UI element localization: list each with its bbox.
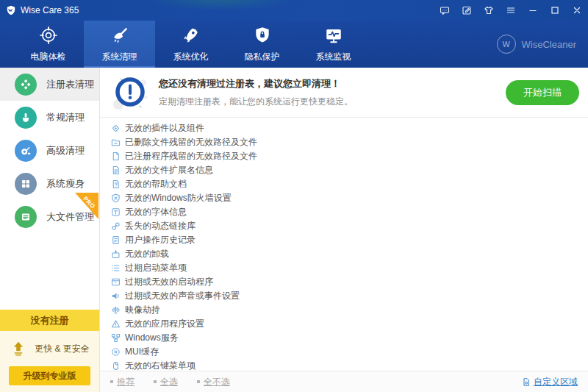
- start-menu-list-icon: [110, 263, 121, 274]
- scan-item[interactable]: 无效的卸载: [110, 247, 588, 261]
- brand-name: WiseCleaner: [522, 39, 576, 50]
- sidebar-item-label: 大文件管理: [46, 210, 94, 224]
- scan-item[interactable]: 丢失的动态链接库: [110, 219, 588, 233]
- alert-ring-icon: [110, 73, 150, 113]
- select-none-link[interactable]: 全不选: [197, 376, 230, 388]
- license-tagline-row: 更快 & 更安全: [0, 331, 99, 366]
- scan-item[interactable]: 已删除文件残留的无效路径及文件: [110, 135, 588, 149]
- startup-program-icon: [110, 277, 121, 288]
- scan-item[interactable]: 已注册程序残留的无效路径及文件: [110, 149, 588, 163]
- theme-icon[interactable]: [478, 0, 500, 21]
- scan-item[interactable]: 无效的应用程序设置: [110, 317, 588, 331]
- license-tagline: 更快 & 更安全: [35, 343, 90, 355]
- dll-link-icon: [110, 221, 121, 232]
- tab-label: 电脑体检: [31, 51, 66, 63]
- sidebar-item-common-cleaner[interactable]: 常规清理: [0, 101, 99, 134]
- app-window: Wise Care 365: [0, 0, 588, 392]
- scan-item[interactable]: 无效的帮助文档: [110, 177, 588, 191]
- tab-system-tuneup[interactable]: 系统优化: [155, 21, 226, 68]
- deleted-files-folder-icon: [110, 138, 121, 148]
- scan-item[interactable]: MUI缓存: [110, 345, 588, 359]
- start-scan-button[interactable]: 开始扫描: [506, 80, 579, 105]
- banner-subtitle: 定期清理注册表，能让您的系统运行更快更稳定。: [159, 96, 353, 108]
- advanced-cleaner-icon: [15, 140, 37, 162]
- nav-bar: 电脑体检 系统清理 系统优化 隐私保护 系统监视 W WiseCleaner: [0, 21, 588, 68]
- license-panel: 没有注册 更快 & 更安全 升级到专业版: [0, 310, 99, 392]
- banner-title: 您还没有清理过注册表，建议您立即清理！: [159, 77, 353, 90]
- license-status: 没有注册: [0, 310, 99, 331]
- uninstall-icon: [110, 249, 121, 260]
- image-hijack-icon: [110, 305, 121, 316]
- sidebar-item-label: 注册表清理: [46, 78, 94, 91]
- help-doc-icon: [110, 179, 121, 190]
- app-warning-icon: [110, 319, 121, 329]
- scan-item-list: 无效的插件以及组件 已删除文件残留的无效路径及文件 已注册程序残留的无效路径及文…: [100, 118, 588, 371]
- sidebar-item-big-files-manager[interactable]: 大文件管理: [0, 200, 99, 233]
- titlebar: Wise Care 365: [0, 0, 588, 21]
- tab-pc-checkup[interactable]: 电脑体检: [12, 21, 84, 68]
- sidebar-item-label: 常规清理: [46, 111, 85, 124]
- tuneup-rocket-icon: [182, 26, 201, 47]
- select-all-link[interactable]: 全选: [154, 376, 178, 388]
- message-icon[interactable]: [434, 0, 456, 21]
- bullet-icon: [197, 380, 200, 383]
- window-title: Wise Care 365: [21, 5, 79, 15]
- registered-file-icon: [110, 152, 121, 162]
- big-files-manager-icon: [15, 206, 37, 228]
- wisecleaner-logo-icon: W: [497, 35, 516, 54]
- font-icon: [110, 207, 121, 218]
- system-slimming-icon: [15, 173, 37, 195]
- plugin-icon: [110, 124, 121, 134]
- upgrade-arrow-icon: [10, 340, 27, 357]
- brand: W WiseCleaner: [497, 21, 576, 68]
- close-icon[interactable]: [566, 0, 588, 21]
- scan-item[interactable]: 无效的文件扩展名信息: [110, 163, 588, 177]
- scan-item[interactable]: 过期启动菜单项: [110, 261, 588, 275]
- cleaner-broom-icon: [110, 26, 129, 47]
- banner-text: 您还没有清理过注册表，建议您立即清理！ 定期清理注册表，能让您的系统运行更快更稳…: [159, 77, 353, 108]
- sound-speaker-icon: [110, 291, 121, 302]
- upgrade-pro-button[interactable]: 升级到专业版: [9, 366, 90, 385]
- scan-item[interactable]: 无效的右键菜单项: [110, 359, 588, 371]
- minimize-icon[interactable]: [522, 0, 544, 21]
- sidebar-item-label: 系统瘦身: [46, 177, 85, 190]
- tab-system-monitor[interactable]: 系统监视: [298, 21, 369, 68]
- sidebar-item-advanced-cleaner[interactable]: 高级清理: [0, 134, 99, 167]
- custom-area-doc-icon: [522, 377, 531, 387]
- sidebar: 注册表清理 常规清理 高级清理 系统瘦身: [0, 68, 100, 392]
- maximize-icon[interactable]: [544, 0, 566, 21]
- file-extension-icon: [110, 165, 121, 176]
- tab-label: 隐私保护: [245, 51, 280, 63]
- tab-label: 系统优化: [173, 51, 209, 63]
- common-cleaner-icon: [15, 107, 37, 129]
- tab-system-cleaner[interactable]: 系统清理: [84, 21, 155, 68]
- tab-label: 系统监视: [316, 51, 351, 63]
- tab-label: 系统清理: [102, 51, 137, 63]
- menu-icon[interactable]: [500, 0, 522, 21]
- monitor-pulse-icon: [324, 26, 343, 47]
- banner: 您还没有清理过注册表，建议您立即清理！ 定期清理注册表，能让您的系统运行更快更稳…: [100, 68, 588, 118]
- scan-item[interactable]: 无效的插件以及组件: [110, 121, 588, 135]
- firewall-shield-icon: [110, 193, 121, 204]
- history-doc-icon: [110, 235, 121, 246]
- mui-cache-icon: [110, 347, 121, 357]
- sidebar-item-registry-cleaner[interactable]: 注册表清理: [0, 68, 99, 101]
- titlebar-controls: [434, 0, 588, 21]
- tab-privacy-protector[interactable]: 隐私保护: [226, 21, 298, 68]
- scan-item[interactable]: 过期或无效的声音或事件设置: [110, 289, 588, 303]
- scan-item[interactable]: 无效的字体信息: [110, 205, 588, 219]
- scan-item[interactable]: 无效的Windows防火墙设置: [110, 191, 588, 205]
- scan-item[interactable]: 用户操作历史记录: [110, 233, 588, 247]
- scan-item[interactable]: Windows服务: [110, 331, 588, 345]
- checkup-target-icon: [39, 26, 58, 47]
- select-recommended-link[interactable]: 推荐: [110, 376, 135, 388]
- edit-icon[interactable]: [456, 0, 478, 21]
- bullet-icon: [154, 380, 157, 383]
- bullet-icon: [110, 380, 113, 383]
- context-menu-mouse-icon: [110, 361, 121, 371]
- scan-item[interactable]: 映像劫持: [110, 303, 588, 317]
- app-shield-icon: [6, 5, 16, 15]
- scan-item[interactable]: 过期或无效的启动程序: [110, 275, 588, 289]
- privacy-shield-icon: [253, 26, 272, 47]
- custom-area-link[interactable]: 自定义区域: [522, 376, 578, 388]
